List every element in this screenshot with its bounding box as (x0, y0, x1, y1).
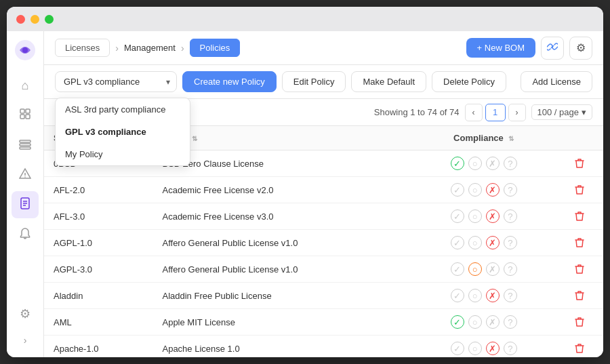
compliance-check[interactable]: ✓ (451, 315, 464, 329)
compliance-icons: ✓○✗? (422, 342, 546, 355)
compliance-gray-check[interactable]: ✓ (451, 236, 464, 249)
delete-icon[interactable] (565, 264, 594, 275)
sidebar-item-settings[interactable]: ⚙ (12, 300, 39, 327)
create-policy-button[interactable]: Create new Policy (182, 71, 277, 92)
per-page-chevron: ▾ (582, 107, 586, 117)
compliance-gray-x[interactable]: ✗ (486, 157, 500, 170)
compliance-check[interactable]: ✓ (451, 157, 464, 170)
add-license-button[interactable]: Add License (521, 71, 592, 92)
compliance-gray-q[interactable]: ? (504, 236, 517, 249)
cell-compliance: ✓○✗? (412, 283, 555, 309)
close-dot[interactable] (16, 15, 25, 24)
per-page-select[interactable]: 100 / page ▾ (531, 104, 592, 120)
policy-select-wrapper: GPL v3 compliance ASL 3rd party complian… (55, 71, 177, 92)
compliance-gray-circle[interactable]: ○ (468, 157, 482, 170)
compliance-gray-q[interactable]: ? (504, 157, 517, 170)
delete-icon[interactable] (565, 211, 594, 222)
sidebar-item-projects[interactable] (12, 102, 39, 129)
compliance-gray-x[interactable]: ✗ (486, 315, 500, 329)
breadcrumb-policies-btn[interactable]: Policies (190, 39, 241, 57)
dropdown-item-asl[interactable]: ASL 3rd party compliance (56, 98, 190, 121)
gear-icon-btn[interactable]: ⚙ (569, 37, 592, 60)
cell-delete (555, 230, 603, 256)
sidebar-expand-btn[interactable]: › (12, 330, 39, 350)
prev-page-btn[interactable]: ‹ (465, 104, 483, 121)
compliance-gray-q[interactable]: ? (504, 209, 517, 223)
notifications-icon (19, 227, 31, 243)
cell-delete (555, 309, 603, 336)
next-page-btn[interactable]: › (508, 104, 526, 121)
compliance-gray-check[interactable]: ✓ (451, 289, 464, 302)
dropdown-item-mypolicy[interactable]: My Policy (56, 143, 190, 165)
minimize-dot[interactable] (30, 15, 39, 24)
delete-icon[interactable] (565, 290, 594, 301)
cell-name: BSD Zero Clause License (152, 150, 412, 177)
current-page[interactable]: 1 (485, 104, 506, 121)
compliance-gray-x[interactable]: ✗ (486, 262, 500, 276)
compliance-gray-circle[interactable]: ○ (468, 236, 482, 249)
compliance-x[interactable]: ✗ (486, 209, 500, 223)
compliance-icons: ✓○✗? (422, 315, 546, 329)
compliance-gray-circle[interactable]: ○ (468, 209, 482, 223)
delete-icon[interactable] (565, 343, 594, 354)
svg-rect-6 (20, 140, 30, 142)
compliance-gray-check[interactable]: ✓ (451, 209, 464, 223)
delete-icon[interactable] (565, 317, 594, 327)
sidebar: ⌂ (7, 31, 44, 357)
edit-policy-button[interactable]: Edit Policy (282, 71, 346, 92)
policies-icon (19, 197, 31, 213)
compliance-x[interactable]: ✗ (486, 342, 500, 355)
compliance-x[interactable]: ✗ (486, 289, 500, 302)
compliance-gray-circle[interactable]: ○ (468, 315, 482, 329)
compliance-gray-q[interactable]: ? (504, 315, 517, 329)
compliance-gray-q[interactable]: ? (504, 289, 517, 302)
gear-icon: ⚙ (576, 41, 586, 54)
link-icon-btn[interactable] (541, 37, 564, 60)
svg-rect-2 (20, 109, 24, 113)
col-compliance[interactable]: Compliance ⇅ (412, 126, 555, 150)
compliance-gray-circle[interactable]: ○ (468, 342, 482, 355)
compliance-x[interactable]: ✗ (486, 236, 500, 249)
showing-text: Showing 1 to 74 of 74 (374, 107, 460, 117)
sidebar-item-policies[interactable] (12, 191, 39, 218)
new-bom-button[interactable]: + New BOM (466, 38, 535, 58)
table-row: AML Apple MIT License ✓○✗? (44, 309, 603, 336)
delete-icon[interactable] (565, 237, 594, 248)
compliance-gray-circle[interactable]: ○ (468, 289, 482, 302)
app-body: ⌂ (7, 31, 603, 357)
vulnerabilities-icon (19, 167, 31, 183)
delete-icon[interactable] (565, 158, 594, 169)
dropdown-item-gpl[interactable]: GPL v3 compliance (56, 121, 190, 143)
sidebar-item-vulnerabilities[interactable] (12, 161, 39, 188)
compliance-gray-check[interactable]: ✓ (451, 262, 464, 276)
svg-point-1 (22, 47, 28, 53)
delete-policy-button[interactable]: Delete Policy (432, 71, 506, 92)
sidebar-item-notifications[interactable] (12, 221, 39, 248)
compliance-icons: ✓○✗? (422, 289, 546, 302)
table-row: AFL-3.0 Academic Free License v3.0 ✓○✗? (44, 203, 603, 230)
link-icon (547, 41, 558, 55)
delete-icon[interactable] (565, 184, 594, 195)
cell-name: Academic Free License v3.0 (152, 203, 412, 230)
compliance-gray-check[interactable]: ✓ (451, 342, 464, 355)
col-actions (555, 126, 603, 150)
compliance-x[interactable]: ✗ (486, 183, 500, 197)
compliance-gray-q[interactable]: ? (504, 262, 517, 276)
compliance-gray-q[interactable]: ? (504, 342, 517, 355)
cell-compliance: ✓○✗? (412, 177, 555, 203)
settings-icon: ⚙ (20, 306, 30, 321)
sidebar-item-home[interactable]: ⌂ (12, 72, 39, 99)
compliance-gray-check[interactable]: ✓ (451, 183, 464, 197)
cell-compliance: ✓○✗? (412, 309, 555, 336)
policy-select[interactable]: GPL v3 compliance ASL 3rd party complian… (55, 71, 177, 92)
sidebar-item-components[interactable] (12, 132, 39, 159)
breadcrumb-licenses-btn[interactable]: Licenses (55, 39, 110, 57)
maximize-dot[interactable] (45, 15, 54, 24)
compliance-gray-q[interactable]: ? (504, 183, 517, 197)
compliance-icons: ✓○✗? (422, 183, 546, 197)
compliance-orange[interactable]: ○ (468, 262, 482, 276)
make-default-button[interactable]: Make Default (351, 71, 426, 92)
cell-compliance: ✓○✗? (412, 203, 555, 230)
sidebar-bottom: ⚙ (12, 300, 39, 327)
compliance-gray-circle[interactable]: ○ (468, 183, 482, 197)
